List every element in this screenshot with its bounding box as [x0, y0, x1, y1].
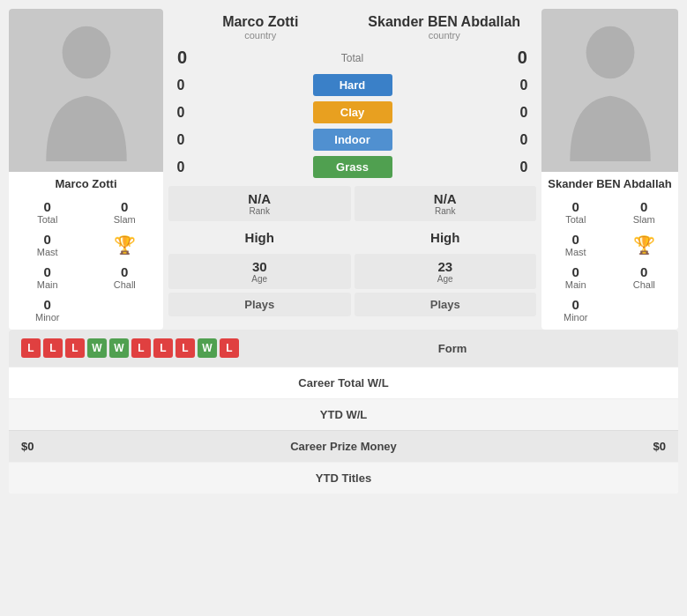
player2-mast-label: Mast	[543, 247, 609, 257]
center-panel: Marco Zotti country Skander BEN Abdallah…	[163, 9, 541, 330]
p2-age-lbl: Age	[355, 274, 537, 284]
bottom-section: LLLWWLLLWL Form Career Total W/L YTD W/L…	[9, 330, 678, 494]
player1-title: Marco Zotti	[168, 14, 353, 30]
grass-badge: Grass	[313, 156, 392, 178]
indoor-badge: Indoor	[313, 129, 392, 151]
form-badge-l: L	[43, 338, 63, 358]
player2-mast-cell: 0 Mast	[541, 228, 610, 261]
player2-name: Skander BEN Abdallah	[544, 172, 675, 192]
ytd-wl-row: YTD W/L	[9, 399, 678, 431]
player1-stats-grid: 0 Total 0 Slam 0 Mast 🏆 0 Main	[9, 192, 163, 330]
player1-name: Marco Zotti	[51, 172, 120, 192]
p2-high-val: High	[355, 225, 537, 250]
player1-slam-cell: 0 Slam	[86, 196, 164, 228]
p1-mid-stats: N/A Rank High 30 Age Plays	[168, 186, 351, 316]
p1-prize: $0	[21, 440, 74, 453]
career-prize-row: $0 Career Prize Money $0	[9, 431, 678, 463]
player2-slam-label: Slam	[612, 214, 677, 225]
svg-point-0	[62, 26, 110, 78]
form-badge-w: W	[198, 338, 217, 358]
total-row: 0 Total 0	[168, 46, 536, 70]
hard-badge: Hard	[313, 74, 392, 96]
player2-name-block: Skander BEN Abdallah country	[353, 14, 537, 41]
p2-rank-box: N/A Rank	[355, 186, 537, 221]
clay-row: 0 Clay 0	[168, 101, 536, 123]
p2-plays-lbl: Plays	[355, 298, 537, 311]
player1-name-block: Marco Zotti country	[168, 14, 353, 41]
main-container: Marco Zotti 0 Total 0 Slam 0 Mast 🏆	[0, 0, 687, 502]
hard-row: 0 Hard 0	[168, 74, 536, 96]
form-badge-l: L	[21, 338, 41, 358]
clay-badge: Clay	[313, 101, 392, 123]
player1-card: Marco Zotti 0 Total 0 Slam 0 Mast 🏆	[9, 9, 163, 330]
player1-main-label: Main	[11, 279, 85, 290]
player2-total-cell: 0 Total	[541, 196, 610, 228]
p2-rank-lbl: Rank	[355, 206, 537, 216]
player1-mast-cell: 0 Mast	[9, 228, 86, 261]
grass-p2: 0	[512, 160, 536, 175]
ytd-titles-label: YTD Titles	[21, 471, 666, 485]
player1-total-cell: 0 Total	[9, 196, 86, 228]
player1-minor-label: Minor	[11, 312, 85, 323]
player2-chall-value: 0	[612, 264, 677, 279]
player1-chall-value: 0	[88, 264, 162, 279]
p2-age-box: 23 Age	[355, 254, 537, 289]
player1-slam-label: Slam	[88, 214, 162, 225]
p2-rank-val: N/A	[355, 191, 537, 206]
p1-age-lbl: Age	[168, 274, 351, 284]
player2-total-label: Total	[543, 214, 609, 225]
player1-total-label: Total	[11, 214, 85, 225]
grass-row: 0 Grass 0	[168, 156, 536, 178]
p2-total-score: 0	[518, 48, 527, 68]
p1-age-val: 30	[168, 259, 351, 274]
career-prize-label: Career Prize Money	[74, 440, 613, 453]
player1-chall-label: Chall	[88, 279, 162, 290]
player2-total-value: 0	[543, 199, 609, 214]
p2-plays-box: Plays	[355, 293, 537, 316]
player2-minor-cell: 0 Minor	[541, 293, 610, 326]
player2-country: country	[353, 30, 537, 41]
form-badge-l: L	[153, 338, 173, 358]
indoor-p1: 0	[168, 132, 193, 148]
ytd-wl-label: YTD W/L	[21, 408, 666, 421]
p1-rank-val: N/A	[168, 191, 351, 206]
rank-high-plays-row: N/A Rank High 30 Age Plays N/A	[168, 186, 536, 316]
player1-minor-cell: 0 Minor	[9, 293, 86, 326]
player1-total-value: 0	[11, 199, 85, 214]
form-badge-l: L	[65, 338, 85, 358]
indoor-p2: 0	[512, 132, 536, 148]
player1-mast-label: Mast	[11, 247, 85, 257]
clay-p2: 0	[512, 105, 536, 121]
player1-minor-value: 0	[11, 297, 85, 312]
hard-p2: 0	[512, 78, 536, 93]
p1-plays-box: Plays	[168, 293, 351, 316]
names-row: Marco Zotti country Skander BEN Abdallah…	[168, 14, 536, 41]
career-total-wl-row: Career Total W/L	[9, 367, 678, 399]
player1-trophy-cell: 🏆	[86, 228, 164, 261]
player2-main-cell: 0 Main	[541, 261, 610, 293]
player1-trophy-icon: 🏆	[114, 234, 136, 256]
clay-p1: 0	[168, 105, 193, 121]
p1-total-score: 0	[177, 48, 187, 68]
form-badge-w: W	[109, 338, 129, 358]
player1-main-cell: 0 Main	[9, 261, 86, 293]
player1-chall-cell: 0 Chall	[86, 261, 164, 293]
p2-prize: $0	[613, 440, 666, 453]
player2-trophy-icon: 🏆	[633, 234, 655, 256]
player2-card: Skander BEN Abdallah 0 Total 0 Slam 0 Ma…	[541, 9, 678, 330]
grass-p1: 0	[168, 160, 193, 175]
form-row: LLLWWLLLWL Form	[9, 330, 678, 367]
player1-slam-value: 0	[88, 199, 162, 214]
player2-avatar	[541, 9, 678, 172]
player1-main-value: 0	[11, 264, 85, 279]
career-total-wl-label: Career Total W/L	[21, 376, 666, 390]
player1-country: country	[168, 30, 353, 41]
p1-age-box: 30 Age	[168, 254, 351, 289]
player2-main-value: 0	[543, 264, 609, 279]
players-wrapper: Marco Zotti 0 Total 0 Slam 0 Mast 🏆	[9, 9, 678, 330]
p2-age-val: 23	[355, 259, 537, 274]
svg-point-1	[586, 26, 634, 78]
form-badge-l: L	[131, 338, 151, 358]
player2-trophy-cell: 🏆	[610, 228, 679, 261]
form-label: Form	[239, 342, 666, 355]
